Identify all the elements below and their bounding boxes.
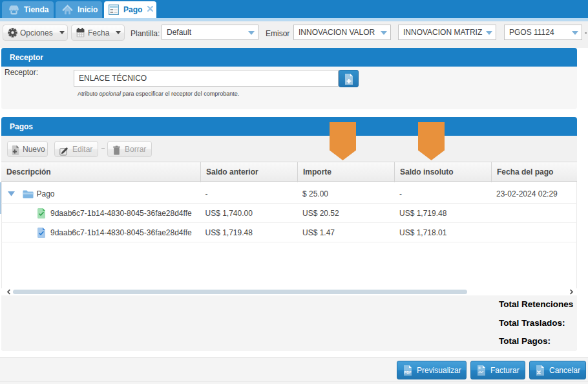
svg-text:PDF: PDF <box>404 370 412 374</box>
